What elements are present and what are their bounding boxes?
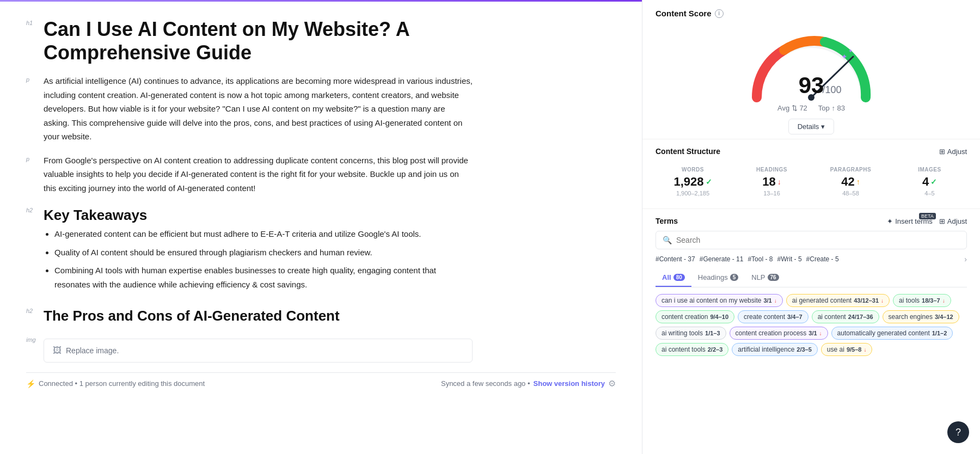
term-ai-content-tools[interactable]: ai content tools 2/2–3 — [656, 343, 728, 356]
term-use-ai[interactable]: use ai 9/5–8 ↓ — [821, 343, 873, 356]
term-text: artificial intelligence — [738, 346, 794, 353]
insert-terms-button[interactable]: ✦ Insert terms BETA — [887, 217, 933, 225]
term-ai-content[interactable]: ai content 24/17–36 — [812, 310, 879, 323]
images-metric: IMAGES 4 ✓ 4–5 — [892, 162, 967, 201]
hashtag-content[interactable]: #Content - 37 — [656, 255, 695, 263]
gauge-container: ✦ ✦ 93 /100 Avg ⇅ 72 Top ↑ 83 — [656, 22, 967, 114]
h1-block: h1 Can I Use AI Content on My Website? A… — [26, 17, 473, 64]
terms-title: Terms — [656, 217, 678, 225]
chevron-down-icon: ▾ — [821, 122, 825, 131]
tab-headings[interactable]: Headings 5 — [691, 269, 745, 287]
term-text: content creation process — [736, 329, 807, 337]
terms-section: Terms ✦ Insert terms BETA ⊞ Adjust 🔍 #Co… — [642, 209, 980, 364]
headings-value: 18 — [762, 175, 775, 189]
img-label: img — [26, 334, 44, 343]
term-search-engines[interactable]: search engines 3/4–12 — [883, 310, 959, 323]
hashtag-create[interactable]: #Create - 5 — [806, 255, 839, 263]
term-text: create content — [744, 313, 785, 321]
tab-nlp[interactable]: NLP 76 — [745, 269, 785, 287]
tab-all[interactable]: All 80 — [656, 269, 691, 287]
term-ai-writing-tools[interactable]: ai writing tools 1/1–3 — [656, 327, 726, 340]
paragraphs-value: 42 — [841, 175, 854, 189]
sync-status: Synced a few seconds ago • Show version … — [441, 378, 616, 389]
info-icon[interactable]: i — [715, 9, 724, 18]
term-ai-tools[interactable]: ai tools 18/3–7 ↓ — [893, 294, 951, 307]
terms-actions: ✦ Insert terms BETA ⊞ Adjust — [887, 217, 967, 225]
help-button[interactable]: ? — [947, 421, 969, 443]
top-label: Top ↑ 83 — [818, 104, 845, 112]
words-metric: WORDS 1,928 ✓ 1,900–2,185 — [656, 162, 730, 201]
svg-text:/100: /100 — [822, 84, 841, 95]
paragraph1-text[interactable]: As artificial intelligence (AI) continue… — [44, 74, 473, 144]
term-text: ai content tools — [661, 346, 706, 353]
settings-icon[interactable]: ⚙ — [608, 378, 616, 389]
term-text: ai generated content — [792, 297, 852, 304]
term-auto-generated[interactable]: automatically generated content 1/1–2 — [831, 327, 953, 340]
beta-badge: BETA — [919, 213, 936, 219]
grid-icon2: ⊞ — [939, 217, 945, 225]
details-button[interactable]: Details ▾ — [788, 119, 835, 134]
term-text: ai tools — [899, 297, 920, 304]
top-progress-bar — [0, 0, 642, 2]
score-header-row: Content Score i — [656, 9, 967, 18]
pros-cons-title[interactable]: The Pros and Cons of AI-Generated Conten… — [44, 308, 473, 324]
bullet3[interactable]: Combining AI tools with human expertise … — [54, 263, 473, 291]
nlp-badge: 76 — [768, 274, 779, 281]
h2-label1: h2 — [26, 205, 44, 213]
right-panel: Content Score i ✦ ✦ 9 — [642, 0, 980, 454]
p2-label: p — [26, 154, 44, 162]
h2-key-takeaways-block: h2 Key Takeaways AI-generated content ca… — [26, 205, 473, 296]
term-text: ai content — [818, 313, 846, 321]
words-value: 1,928 — [673, 175, 703, 189]
hashtag-tool[interactable]: #Tool - 8 — [748, 255, 773, 263]
hashtag-writ[interactable]: #Writ - 5 — [777, 255, 801, 263]
adjust-structure-button[interactable]: ⊞ Adjust — [939, 148, 967, 156]
term-artificial-intelligence[interactable]: artificial intelligence 2/3–5 — [732, 343, 818, 356]
adjust-terms-button[interactable]: ⊞ Adjust — [939, 217, 967, 225]
paragraph2-text[interactable]: From Google's perspective on AI content … — [44, 154, 473, 195]
term-create-content[interactable]: create content 3/4–7 — [738, 310, 808, 323]
image-placeholder[interactable]: 🖼 Replace image. — [44, 339, 473, 363]
img-replace-text[interactable]: Replace image. — [66, 346, 119, 355]
all-badge: 80 — [673, 274, 685, 281]
image-icon: 🖼 — [53, 346, 62, 355]
search-input[interactable] — [676, 236, 960, 244]
term-content-creation[interactable]: content creation 9/4–10 — [656, 310, 734, 323]
term-ai-generated-content[interactable]: ai generated content 43/12–31 ↓ — [786, 294, 890, 307]
paragraphs-arrow-up: ↑ — [856, 177, 860, 186]
score-section: Content Score i ✦ ✦ 9 — [642, 0, 980, 139]
term-can-i-use[interactable]: can i use ai content on my website 3/1 ↓ — [656, 294, 783, 307]
search-box[interactable]: 🔍 — [656, 231, 967, 249]
paragraphs-metric: PARAGRAPHS 42 ↑ 48–58 — [813, 162, 888, 201]
bolt-icon: ⚡ — [26, 379, 35, 388]
bullet2[interactable]: Quality of AI content should be ensured … — [54, 246, 473, 260]
hashtag-expand-icon[interactable]: › — [964, 255, 967, 263]
content-structure-section: Content Structure ⊞ Adjust WORDS 1,928 ✓… — [642, 139, 980, 209]
images-check: ✓ — [930, 177, 937, 186]
hashtag-row: #Content - 37 #Generate - 11 #Tool - 8 #… — [656, 255, 967, 263]
structure-metrics: WORDS 1,928 ✓ 1,900–2,185 HEADINGS 18 ↓ … — [656, 162, 967, 201]
show-version-history-link[interactable]: Show version history — [534, 379, 605, 388]
sync-text: Synced a few seconds ago • — [441, 379, 530, 388]
h2-label2: h2 — [26, 305, 44, 314]
headings-metric: HEADINGS 18 ↓ 13–16 — [734, 162, 809, 201]
editor-bottom-bar: ⚡ Connected • 1 person currently editing… — [26, 372, 616, 394]
sparkle-icon: ✦ — [887, 217, 893, 225]
score-avg-top: Avg ⇅ 72 Top ↑ 83 — [777, 104, 845, 112]
content-score-label: Content Score i — [656, 9, 724, 18]
article-title[interactable]: Can I Use AI Content on My Website? A Co… — [44, 17, 473, 64]
paragraph2-block: p From Google's perspective on AI conten… — [26, 154, 473, 195]
structure-title: Content Structure — [656, 147, 720, 156]
term-content-creation-process[interactable]: content creation process 3/1 ↓ — [730, 327, 828, 340]
h2-pros-cons-block: h2 The Pros and Cons of AI-Generated Con… — [26, 305, 473, 324]
svg-text:93: 93 — [799, 72, 824, 98]
bullet1[interactable]: AI-generated content can be efficient bu… — [54, 227, 473, 241]
hashtag-generate[interactable]: #Generate - 11 — [700, 255, 744, 263]
terms-grid: can i use ai content on my website 3/1 ↓… — [656, 294, 967, 356]
term-text: automatically generated content — [837, 329, 930, 337]
svg-text:✦: ✦ — [841, 52, 848, 61]
term-text: use ai — [827, 346, 844, 353]
term-text: ai writing tools — [661, 329, 703, 337]
key-takeaways-title[interactable]: Key Takeaways — [44, 207, 473, 224]
search-icon: 🔍 — [663, 236, 672, 244]
